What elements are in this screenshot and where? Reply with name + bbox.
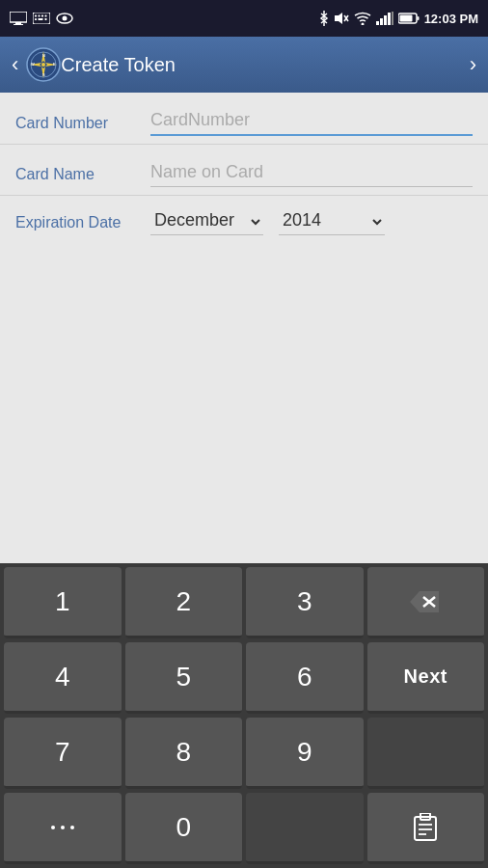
svg-rect-1	[15, 22, 21, 24]
svg-rect-0	[10, 12, 27, 22]
app-logo-icon: N S E W	[26, 47, 61, 82]
battery-icon	[398, 13, 420, 24]
key-next[interactable]: Next	[367, 642, 485, 714]
key-7[interactable]: 7	[4, 718, 122, 789]
svg-rect-9	[39, 18, 43, 20]
key-3[interactable]: 3	[246, 567, 364, 638]
clipboard-icon	[413, 813, 438, 842]
mute-icon	[334, 11, 349, 26]
key-8[interactable]: 8	[125, 718, 243, 789]
numeric-keyboard: 1 2 3 4 5 6 Next 7 8 9	[0, 563, 488, 868]
svg-rect-24	[417, 16, 419, 20]
expiration-date-label: Expiration Date	[15, 214, 141, 231]
status-bar: 12:03 PM	[0, 0, 488, 37]
svg-rect-7	[45, 15, 47, 17]
svg-rect-2	[14, 24, 23, 25]
svg-rect-18	[376, 21, 379, 25]
key-empty-1	[367, 718, 485, 789]
card-number-label: Card Number	[15, 115, 141, 136]
key-4[interactable]: 4	[4, 642, 122, 714]
svg-text:E: E	[53, 62, 56, 67]
keyboard-icon	[33, 13, 50, 24]
key-1[interactable]: 1	[4, 567, 122, 638]
svg-point-40	[51, 826, 55, 829]
key-0[interactable]: 0	[125, 793, 243, 864]
app-bar-title: Create Token	[61, 54, 469, 76]
keyboard-row-2: 4 5 6 Next	[4, 642, 484, 714]
key-5[interactable]: 5	[125, 642, 243, 714]
svg-text:N: N	[42, 53, 45, 58]
screen-icon	[10, 12, 27, 25]
svg-rect-6	[41, 15, 43, 17]
svg-rect-19	[380, 18, 383, 25]
card-name-label: Card Name	[15, 166, 141, 187]
card-name-placeholder[interactable]: Name on Card	[150, 162, 473, 187]
card-number-input-wrapper	[150, 110, 473, 136]
expiration-year-select[interactable]: 2014 2015 2016 2017 2018 2019 2020	[279, 209, 385, 235]
svg-rect-21	[388, 13, 391, 25]
bluetooth-icon	[319, 11, 329, 26]
keyboard-row-1: 1 2 3	[4, 567, 484, 638]
card-number-input[interactable]	[150, 110, 473, 130]
svg-rect-5	[39, 15, 41, 17]
svg-rect-8	[35, 18, 37, 20]
svg-marker-37	[410, 591, 439, 612]
key-clipboard[interactable]	[367, 793, 485, 864]
svg-point-42	[70, 826, 74, 829]
backspace-icon	[410, 591, 441, 612]
svg-rect-22	[392, 12, 393, 25]
svg-point-12	[63, 16, 68, 21]
expiration-month-select[interactable]: December January February March April Ma…	[150, 209, 263, 235]
status-bar-right: 12:03 PM	[319, 11, 478, 26]
forward-button[interactable]: ›	[470, 52, 476, 77]
card-number-row: Card Number	[0, 93, 488, 145]
keyboard-row-3: 7 8 9	[4, 718, 484, 789]
expiration-selects: December January February March April Ma…	[150, 209, 473, 235]
app-bar: ‹ N S E W Create Token ›	[0, 37, 488, 93]
form-area: Card Number Card Name Name on Card Expir…	[0, 93, 488, 249]
expiration-date-row: Expiration Date December January Februar…	[0, 196, 488, 249]
time-display: 12:03 PM	[424, 12, 478, 26]
svg-point-32	[41, 63, 45, 67]
key-6[interactable]: 6	[246, 642, 364, 714]
svg-rect-20	[384, 15, 387, 25]
key-2[interactable]: 2	[125, 567, 243, 638]
key-empty-2	[246, 793, 364, 864]
signal-icon	[376, 12, 393, 25]
key-9[interactable]: 9	[246, 718, 364, 789]
svg-rect-10	[45, 18, 47, 20]
key-backspace[interactable]	[367, 567, 485, 638]
svg-rect-25	[399, 15, 412, 22]
back-button[interactable]: ‹	[12, 52, 18, 77]
svg-text:W: W	[31, 62, 35, 67]
svg-text:S: S	[42, 72, 45, 77]
keyboard-row-4: 0	[4, 793, 484, 864]
svg-point-41	[61, 826, 65, 829]
status-bar-left	[10, 12, 73, 25]
svg-point-17	[361, 23, 364, 26]
svg-marker-14	[335, 13, 342, 24]
settings-dots-icon	[48, 818, 77, 837]
eye-icon	[56, 13, 73, 24]
card-name-row: Card Name Name on Card	[0, 145, 488, 196]
svg-rect-4	[35, 15, 37, 17]
wifi-icon	[354, 12, 371, 25]
key-settings[interactable]	[4, 793, 122, 864]
